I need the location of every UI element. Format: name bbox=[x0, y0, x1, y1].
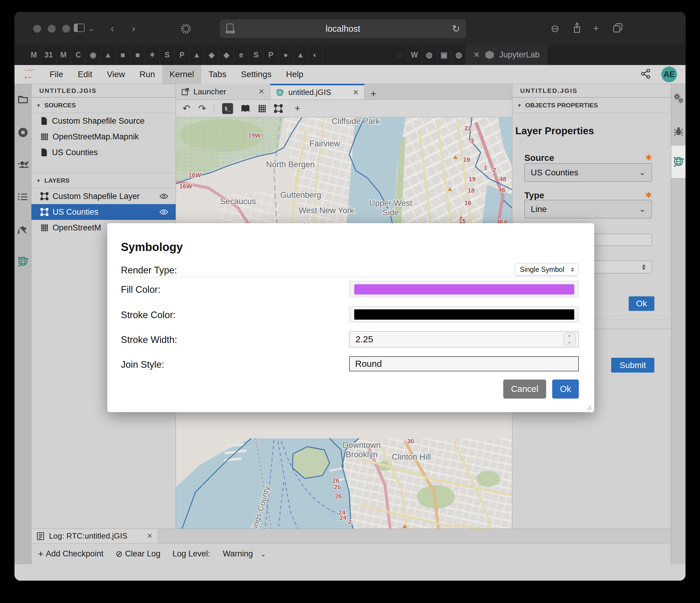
visibility-eye-icon[interactable] bbox=[159, 193, 168, 199]
source-select[interactable]: US Counties ⌄ bbox=[524, 163, 652, 182]
stroke-color-picker[interactable] bbox=[349, 306, 579, 322]
favicon-mail[interactable]: M bbox=[56, 45, 71, 65]
favicon-s-app[interactable]: S bbox=[160, 45, 175, 65]
panel-ok-button[interactable]: Ok bbox=[629, 296, 654, 311]
reload-icon[interactable]: ↻ bbox=[452, 23, 460, 34]
dialog-resize-handle[interactable] bbox=[586, 405, 592, 410]
favicon-gmail[interactable]: M bbox=[27, 45, 42, 65]
source-item-custom-shapefile[interactable]: Custom Shapefile Source bbox=[31, 113, 176, 129]
favicon-c-ring[interactable]: C bbox=[71, 45, 86, 65]
favicon-edge[interactable]: e bbox=[234, 45, 249, 65]
tab-launcher[interactable]: Launcher ✕ bbox=[176, 84, 270, 99]
menu-tabs[interactable]: Tabs bbox=[201, 65, 234, 84]
clear-log-button[interactable]: ⊘ Clear Log bbox=[116, 549, 160, 559]
favicon-drive2[interactable]: ▲ bbox=[190, 45, 204, 65]
raster-layer-icon[interactable] bbox=[258, 104, 266, 113]
settings-gears-icon[interactable] bbox=[673, 93, 684, 105]
menu-run[interactable]: Run bbox=[132, 65, 162, 84]
close-tab-icon[interactable]: ✕ bbox=[147, 532, 153, 540]
menu-help[interactable]: Help bbox=[279, 65, 311, 84]
sources-section-header[interactable]: ▼ SOURCES bbox=[31, 97, 176, 113]
favicon-wave2[interactable]: ◆ bbox=[219, 45, 234, 65]
running-kernels-icon[interactable] bbox=[17, 126, 29, 139]
ok-button[interactable]: Ok bbox=[552, 380, 579, 399]
favicon-square[interactable]: ■ bbox=[116, 45, 130, 65]
visibility-eye-icon[interactable] bbox=[159, 209, 168, 215]
favicon-wave[interactable]: ◆ bbox=[204, 45, 219, 65]
tab-untitled-jgis[interactable]: untitled.jGIS ✕ bbox=[270, 84, 365, 99]
favicon-gitlab[interactable]: W bbox=[407, 45, 422, 65]
favicon-p-app[interactable]: P bbox=[175, 45, 190, 65]
add-layer-plus-icon[interactable]: + bbox=[295, 103, 300, 114]
back-button[interactable]: ‹ bbox=[110, 22, 114, 34]
fill-color-swatch[interactable] bbox=[354, 284, 574, 294]
table-of-contents-icon[interactable] bbox=[17, 191, 29, 203]
add-checkpoint-button[interactable]: + Add Checkpoint bbox=[38, 549, 103, 559]
menu-settings[interactable]: Settings bbox=[234, 65, 279, 84]
menu-edit[interactable]: Edit bbox=[70, 65, 99, 84]
undo-icon[interactable]: ↶ bbox=[182, 103, 191, 114]
cancel-button[interactable]: Cancel bbox=[503, 380, 546, 399]
favicon-calendar[interactable]: 31 bbox=[42, 45, 56, 65]
close-tab-icon[interactable]: ✕ bbox=[473, 50, 480, 59]
forward-button[interactable]: › bbox=[132, 22, 135, 34]
favicon-half[interactable]: ◐ bbox=[308, 45, 323, 65]
url-bar[interactable]: localhost ↻ bbox=[220, 19, 466, 38]
favicon-loop[interactable]: ◌ bbox=[392, 45, 407, 65]
vector-layer-icon[interactable] bbox=[274, 104, 282, 113]
user-avatar[interactable]: AE bbox=[661, 67, 677, 82]
favicon-disc[interactable]: ◉ bbox=[86, 45, 101, 65]
type-select[interactable]: Line ⌄ bbox=[524, 200, 652, 218]
minimize-window-button[interactable] bbox=[48, 25, 56, 33]
menu-view[interactable]: View bbox=[99, 65, 132, 84]
console-icon[interactable]: $_ bbox=[222, 103, 233, 114]
favicon-tri[interactable]: ▲ bbox=[293, 45, 308, 65]
new-tab-plus-button[interactable]: + bbox=[365, 88, 382, 99]
source-item-openstreetmap[interactable]: OpenStreetMap.Mapnik bbox=[31, 129, 176, 145]
layer-item-us-counties-selected[interactable]: US Counties bbox=[31, 204, 176, 220]
render-type-select[interactable]: Single Symbol bbox=[515, 263, 578, 276]
chevron-down-icon[interactable]: ⌄ bbox=[88, 24, 94, 33]
debugger-bug-icon[interactable] bbox=[673, 125, 684, 137]
objects-properties-header[interactable]: ▼ OBJECTS PROPERTIES bbox=[512, 97, 671, 113]
menu-file[interactable]: File bbox=[42, 65, 70, 84]
downloads-icon[interactable]: ⊖ bbox=[551, 22, 559, 34]
menu-kernel[interactable]: Kernel bbox=[162, 65, 201, 84]
jgis-globe-icon[interactable] bbox=[673, 155, 684, 168]
stroke-color-swatch[interactable] bbox=[354, 309, 574, 320]
stroke-width-spinner[interactable]: 2.25 ⌃⌄ bbox=[349, 331, 579, 347]
log-level-select[interactable]: Warning bbox=[223, 549, 253, 558]
url-text[interactable]: localhost bbox=[220, 24, 466, 34]
share-nodes-icon[interactable] bbox=[640, 68, 651, 80]
log-tab[interactable]: Log: RTC:untitled.jGIS ✕ bbox=[31, 529, 158, 543]
jgis-globe-icon[interactable] bbox=[17, 255, 29, 267]
source-item-us-counties[interactable]: US Counties bbox=[31, 145, 176, 160]
share-icon[interactable] bbox=[572, 22, 582, 36]
new-tab-icon[interactable]: + bbox=[593, 22, 599, 34]
browser-tab-jupyterlab[interactable]: ✕ JupyterLab bbox=[466, 45, 547, 65]
redo-icon[interactable]: ↷ bbox=[198, 103, 206, 114]
submit-button[interactable]: Submit bbox=[611, 358, 654, 372]
favicon-dot[interactable]: ● bbox=[278, 45, 293, 65]
favicon-star[interactable]: ✶ bbox=[145, 45, 160, 65]
favicon-github[interactable]: ◍ bbox=[422, 45, 437, 65]
favicon-p-app2[interactable]: P bbox=[264, 45, 278, 65]
join-style-select[interactable]: Round bbox=[349, 356, 579, 371]
stepper-icon[interactable] bbox=[642, 264, 646, 270]
layers-section-header[interactable]: ▼ LAYERS bbox=[31, 173, 176, 188]
collaborators-icon[interactable] bbox=[17, 159, 29, 171]
basemap-book-icon[interactable] bbox=[241, 104, 250, 113]
favicon-github2[interactable]: ◍ bbox=[452, 45, 466, 65]
sidebar-toggle-icon[interactable] bbox=[74, 24, 85, 32]
favicon-drive[interactable]: ▲ bbox=[101, 45, 116, 65]
close-tab-icon[interactable]: ✕ bbox=[353, 88, 359, 97]
close-tab-icon[interactable]: ✕ bbox=[258, 88, 265, 96]
spinner-stepper-icon[interactable]: ⌃⌄ bbox=[564, 333, 575, 346]
favicon-cube[interactable]: ▣ bbox=[437, 45, 452, 65]
favicon-s-app2[interactable]: S bbox=[249, 45, 264, 65]
fill-color-picker[interactable] bbox=[349, 281, 579, 297]
file-browser-icon[interactable] bbox=[17, 93, 29, 105]
zoom-window-button[interactable] bbox=[62, 25, 70, 33]
extensions-puzzle-icon[interactable] bbox=[17, 222, 29, 235]
tab-overview-icon[interactable] bbox=[612, 22, 623, 36]
